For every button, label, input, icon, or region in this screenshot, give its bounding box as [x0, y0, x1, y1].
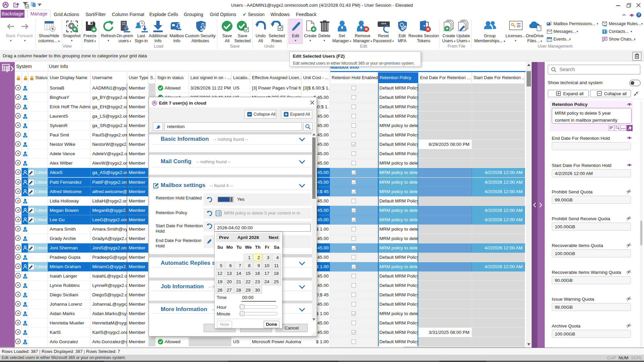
svg-text:?: ?: [638, 13, 640, 17]
